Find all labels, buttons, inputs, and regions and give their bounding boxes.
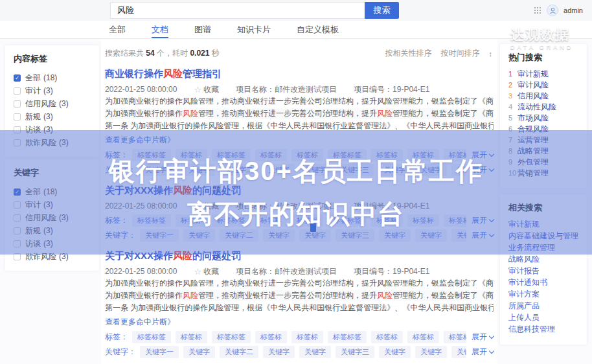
tags-chip[interactable]: 标签标 (407, 331, 439, 343)
keywords-chip[interactable]: 关键字 (415, 229, 447, 242)
tags-chip[interactable]: 标签标 (371, 214, 403, 227)
expand-toggle[interactable]: 展开 (472, 347, 494, 358)
result-title[interactable]: 关于对XXX操作风险的问题处罚 (105, 249, 494, 262)
keywords-chip[interactable]: 关键字 (415, 346, 447, 358)
checkbox-icon[interactable] (14, 100, 21, 108)
keywords-chip[interactable]: 关键字 (263, 229, 295, 242)
checkbox-icon[interactable]: ✓ (14, 188, 21, 196)
keywords-chip[interactable]: 关键字 (379, 229, 411, 242)
tab-2[interactable]: 图谱 (194, 21, 211, 38)
hot-search-item[interactable]: 6合规风险 (508, 125, 578, 133)
tags-chip[interactable]: 标签标签 (212, 149, 251, 161)
tab-4[interactable]: 自定义模板 (297, 21, 339, 38)
tags-chip[interactable]: 标签标签 (444, 331, 466, 343)
keywords-chip[interactable]: 关键字 (379, 346, 411, 358)
tags-chip[interactable]: 标签标签 (328, 214, 367, 227)
hot-search-item[interactable]: 9外包管理 (508, 158, 578, 166)
tab-3[interactable]: 知识卡片 (237, 21, 271, 38)
tags-chip[interactable]: 标签标签 (132, 149, 171, 161)
filter-item[interactable]: 访谈(3) (14, 123, 91, 136)
hot-search-item[interactable]: 1审计新规 (508, 70, 578, 78)
keywords-chip[interactable]: 关键字二 (220, 346, 258, 358)
tags-chip[interactable]: 标签标签 (328, 149, 367, 161)
tags-chip[interactable]: 标签标 (371, 149, 403, 161)
related-search-item[interactable]: 所属产品 (508, 302, 578, 310)
keywords-chip[interactable]: 关键字三 (336, 346, 374, 358)
hot-search-item[interactable]: 8战略管理 (508, 147, 578, 155)
search-button[interactable]: 搜索 (365, 2, 399, 19)
hot-search-item[interactable]: 4流动性风险 (508, 103, 578, 111)
keywords-chip[interactable]: 关键字 (415, 164, 447, 176)
filter-item[interactable]: 审计(3) (14, 198, 91, 211)
expand-toggle[interactable]: 展开 (472, 332, 494, 343)
tags-chip[interactable]: 标签标签 (132, 331, 171, 343)
checkbox-icon[interactable] (14, 113, 21, 120)
checkbox-icon[interactable] (14, 214, 21, 222)
keywords-chip[interactable]: 关键字三 (451, 346, 466, 358)
keywords-chip[interactable]: 关键字一 (140, 346, 179, 358)
related-search-item[interactable]: 审计报告 (508, 267, 578, 275)
tags-chip[interactable]: 标签标签 (212, 214, 251, 227)
tags-chip[interactable]: 标签标签 (212, 331, 251, 343)
related-search-item[interactable]: 内容基础建设与管理 (508, 232, 578, 240)
tags-chip[interactable]: 标签标 (407, 214, 439, 227)
keywords-chip[interactable]: 关键字二 (220, 164, 258, 176)
hot-search-item[interactable]: 5市场风险 (508, 114, 578, 122)
filter-item[interactable]: 新规(3) (14, 110, 91, 123)
more-snippets-link[interactable]: 查看更多命中片断》 (105, 317, 494, 328)
result-title[interactable]: 商业银行操作风险管理指引 (105, 67, 494, 80)
keywords-chip[interactable]: 关键字三 (451, 229, 466, 242)
related-search-item[interactable]: 审计方案 (508, 290, 578, 298)
filter-item[interactable]: ✓全部(18) (14, 71, 91, 84)
favorite-button[interactable]: ☆收藏 (194, 84, 219, 95)
filter-item[interactable]: 欺诈风险(3) (14, 136, 91, 149)
filter-item[interactable]: 信用风险(3) (14, 211, 91, 224)
tags-chip[interactable]: 标签标 (176, 149, 207, 161)
checkbox-icon[interactable] (14, 201, 21, 209)
checkbox-icon[interactable] (14, 87, 21, 95)
result-title[interactable]: 关于对XXX操作风险的问题处罚 (105, 184, 494, 197)
related-search-item[interactable]: 审计新规 (508, 220, 578, 228)
filter-item[interactable]: 新规(3) (14, 224, 91, 237)
tags-chip[interactable]: 标签标 (255, 331, 287, 343)
keywords-chip[interactable]: 关键字一 (140, 164, 179, 176)
tags-chip[interactable]: 标签标 (176, 331, 207, 343)
sort-by-relevance[interactable]: 按相关性排序 (385, 48, 432, 59)
checkbox-icon[interactable] (14, 126, 21, 133)
keywords-chip[interactable]: 关键字 (263, 164, 295, 176)
tags-chip[interactable]: 标签标签 (444, 149, 466, 161)
tags-chip[interactable]: 标签标签 (328, 331, 367, 343)
hot-search-item[interactable]: 10营销管理 (508, 169, 578, 177)
keywords-chip[interactable]: 关键字 (263, 346, 295, 358)
tags-chip[interactable]: 标签标 (291, 149, 323, 161)
tags-chip[interactable]: 标签标 (176, 214, 207, 227)
related-search-item[interactable]: 审计通知书 (508, 279, 578, 286)
keywords-chip[interactable]: 关键字 (183, 164, 215, 176)
keywords-chip[interactable]: 关键字二 (220, 229, 258, 242)
checkbox-icon[interactable]: ✓ (14, 74, 21, 82)
expand-toggle[interactable]: 展开 (472, 150, 494, 161)
search-input[interactable] (110, 2, 365, 19)
keywords-chip[interactable]: 关键字 (299, 346, 331, 358)
tags-chip[interactable]: 标签标 (371, 331, 403, 343)
checkbox-icon[interactable] (14, 227, 21, 234)
expand-toggle[interactable]: 展开 (472, 215, 494, 226)
filter-item[interactable]: ✓全部(18) (14, 185, 91, 198)
keywords-chip[interactable]: 关键字 (183, 346, 215, 358)
favorite-button[interactable]: ☆收藏 (194, 266, 219, 277)
tags-chip[interactable]: 标签标签 (444, 214, 466, 227)
checkbox-icon[interactable] (14, 139, 21, 146)
related-search-item[interactable]: 业务流程管理 (508, 244, 578, 251)
filter-item[interactable]: 审计(3) (14, 84, 91, 97)
tags-chip[interactable]: 标签标 (291, 331, 323, 343)
keywords-chip[interactable]: 关键字三 (336, 164, 374, 176)
hot-search-item[interactable]: 7运营管理 (508, 136, 578, 144)
keywords-chip[interactable]: 关键字 (379, 164, 411, 176)
favorite-button[interactable]: ☆收藏 (194, 201, 219, 212)
related-search-item[interactable]: 上传人员 (508, 313, 578, 321)
expand-toggle[interactable]: 展开 (472, 230, 494, 241)
tab-0[interactable]: 全部 (109, 21, 126, 38)
hot-search-item[interactable]: 2审计风险 (508, 81, 578, 89)
keywords-chip[interactable]: 关键字 (299, 164, 331, 176)
keywords-chip[interactable]: 关键字一 (140, 229, 179, 242)
